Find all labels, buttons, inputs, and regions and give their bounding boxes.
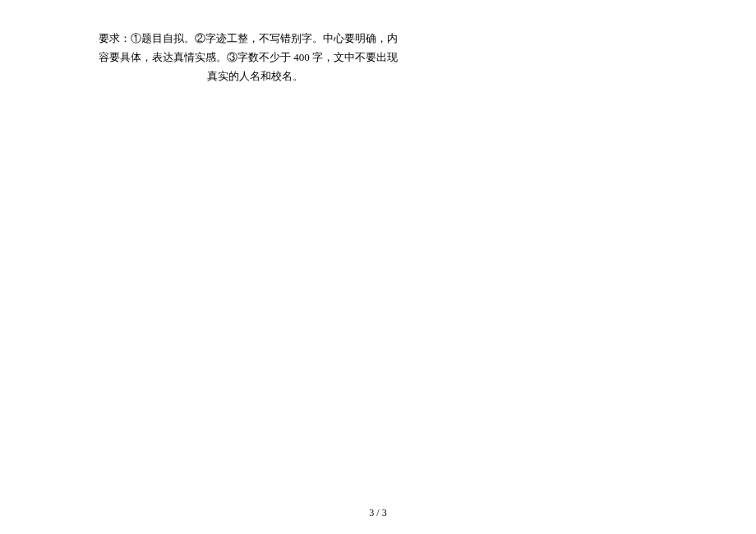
document-body: 要求：①题目自拟。②字迹工整，不写错别字。中心要明确，内 容要具体，表达真情实感… — [99, 30, 411, 85]
body-line-3: 真实的人名和校名。 — [99, 67, 411, 86]
body-line-1: 要求：①题目自拟。②字迹工整，不写错别字。中心要明确，内 — [99, 30, 411, 48]
page-number: 3 / 3 — [0, 507, 756, 519]
body-line-2: 容要具体，表达真情实感。③字数不少于 400 字，文中不要出现 — [99, 48, 411, 67]
